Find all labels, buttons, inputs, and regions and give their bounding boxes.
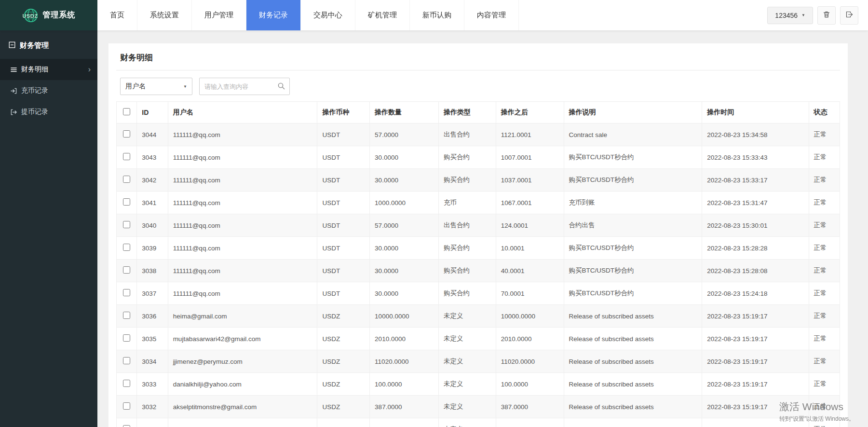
table-cell: USDT [317,237,370,260]
table-cell: 10.0001 [496,237,564,260]
table-cell: 30.0000 [370,169,439,192]
table-cell: 1037.0001 [496,169,564,192]
table-cell: 充币 [438,192,496,214]
column-header: ID [137,102,168,124]
table-cell: 111111@qq.com [168,260,317,282]
row-checkbox[interactable] [123,425,130,427]
search-input[interactable] [199,78,290,95]
nav-tab-1[interactable]: 首页 [97,0,137,30]
sidebar-item-3[interactable]: 提币记录 [0,101,97,123]
brand-usdz-text: USDZ [23,13,38,19]
sidebar-section-label: 财务管理 [20,41,49,50]
table-cell: 3038 [137,260,168,282]
table-cell: Contract sale [564,124,702,146]
table-row: 3044111111@qq.comUSDT57.0000出售合约1121.000… [117,124,840,146]
nav-tab-2[interactable]: 系统设置 [137,0,192,30]
row-checkbox-cell [117,124,137,146]
table-cell: 2022-08-23 15:19:17 [702,305,809,328]
select-all-cell [117,102,137,124]
nav-tab-6[interactable]: 矿机管理 [355,0,410,30]
row-checkbox[interactable] [123,402,130,410]
column-header: 操作币种 [317,102,370,124]
table-cell: 正常 [809,305,840,328]
table-cell: 3043 [137,146,168,169]
table-cell: 正常 [809,350,840,373]
row-checkbox[interactable] [123,244,130,251]
table-row: 3033danialkhilji@yahoo.comUSDZ100.0000未定… [117,373,840,396]
table-cell: 正常 [809,418,840,427]
nav-tab-5[interactable]: 交易中心 [301,0,355,30]
table-cell: 553.0000 [370,418,439,427]
field-select[interactable]: 用户名 ▼ [120,78,192,95]
table-cell: jjimenez@perymuz.com [168,350,317,373]
page-title: 财务明细 [116,50,840,70]
nav-tab-7[interactable]: 新币认购 [410,0,464,30]
table-cell: 未定义 [438,396,496,418]
nav-tab-4[interactable]: 财务记录 [246,0,301,30]
row-checkbox[interactable] [123,198,130,206]
sidebar-item-1[interactable]: 财务明细› [0,59,97,80]
table-cell: 387.0000 [370,396,439,418]
row-checkbox[interactable] [123,266,130,274]
table-cell: 3040 [137,214,168,237]
table-cell: 3044 [137,124,168,146]
select-all-checkbox[interactable] [123,108,130,115]
row-checkbox-cell [117,146,137,169]
table-cell: 30.0000 [370,146,439,169]
row-checkbox-cell [117,260,137,282]
row-checkbox[interactable] [123,357,130,364]
table-cell: 未定义 [438,305,496,328]
column-header: 操作类型 [438,102,496,124]
table-row: 3032akselptitmonstre@gmail.comUSDZ387.00… [117,396,840,418]
table-cell: USDZ [317,396,370,418]
row-checkbox[interactable] [123,380,130,387]
row-checkbox-cell [117,418,137,427]
table-cell: 30.0000 [370,237,439,260]
table-cell: 2022-08-23 15:19:17 [702,328,809,350]
table-cell: Release of subscribed assets [564,305,702,328]
table-cell: USDT [317,146,370,169]
table-cell: heima@gmail.com [168,305,317,328]
user-dropdown-button[interactable]: 123456 ▼ [767,7,813,24]
table-cell: 2022-08-23 15:19:17 [702,418,809,427]
table-cell: 出售合约 [438,214,496,237]
row-checkbox[interactable] [123,153,130,160]
nav-tab-8[interactable]: 内容管理 [464,0,519,30]
table-cell: 正常 [809,373,840,396]
row-checkbox[interactable] [123,221,130,228]
finance-table: ID用户名操作币种操作数量操作类型操作之后操作说明操作时间状态 30441111… [116,101,840,427]
row-checkbox-cell [117,282,137,305]
top-bar: USDZ 管理系统 首页系统设置用户管理财务记录交易中心矿机管理新币认购内容管理… [0,0,868,30]
table-cell: 1000.0000 [370,192,439,214]
search-icon[interactable] [277,82,285,90]
table-cell: 100.0000 [496,373,564,396]
sidebar-section-finance[interactable]: 财务管理 [0,30,97,59]
table-cell: 10000.0000 [370,305,439,328]
table-cell: akselptitmonstre@gmail.com [168,396,317,418]
table-cell: 正常 [809,396,840,418]
row-checkbox[interactable] [123,334,130,342]
row-checkbox[interactable] [123,312,130,319]
table-cell: jurijs1989@icloud.com [168,418,317,427]
column-header: 操作说明 [564,102,702,124]
logout-button[interactable] [840,6,858,25]
table-cell: 3035 [137,328,168,350]
globe-icon: USDZ [22,7,40,24]
trash-button[interactable] [817,6,836,25]
list-icon [11,67,17,73]
table-cell: 正常 [809,260,840,282]
row-checkbox-cell [117,237,137,260]
nav-tab-3[interactable]: 用户管理 [192,0,246,30]
table-cell: USDZ [317,350,370,373]
row-checkbox[interactable] [123,130,130,138]
column-header: 状态 [809,102,840,124]
table-row: 3037111111@qq.comUSDT30.0000购买合约70.0001购… [117,282,840,305]
row-checkbox[interactable] [123,289,130,296]
row-checkbox[interactable] [123,176,130,183]
table-cell: 购买合约 [438,282,496,305]
table-cell: 正常 [809,169,840,192]
user-dropdown-label: 123456 [775,12,798,19]
search-box [199,78,290,95]
sidebar-item-2[interactable]: 充币记录 [0,80,97,101]
table-row: 3039111111@qq.comUSDT30.0000购买合约10.0001购… [117,237,840,260]
